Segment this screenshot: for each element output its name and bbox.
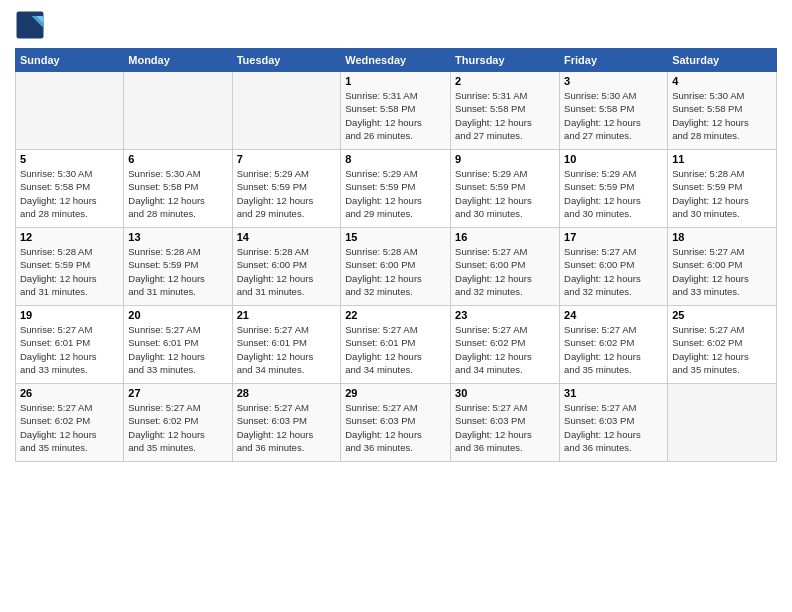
logo-icon bbox=[15, 10, 45, 40]
day-info: Sunrise: 5:27 AM Sunset: 6:01 PM Dayligh… bbox=[128, 323, 227, 376]
calendar-cell bbox=[668, 384, 777, 462]
day-info: Sunrise: 5:27 AM Sunset: 6:03 PM Dayligh… bbox=[455, 401, 555, 454]
calendar-cell: 17Sunrise: 5:27 AM Sunset: 6:00 PM Dayli… bbox=[560, 228, 668, 306]
day-number: 3 bbox=[564, 75, 663, 87]
week-row-4: 19Sunrise: 5:27 AM Sunset: 6:01 PM Dayli… bbox=[16, 306, 777, 384]
day-number: 4 bbox=[672, 75, 772, 87]
day-number: 24 bbox=[564, 309, 663, 321]
calendar-cell: 20Sunrise: 5:27 AM Sunset: 6:01 PM Dayli… bbox=[124, 306, 232, 384]
calendar-cell: 27Sunrise: 5:27 AM Sunset: 6:02 PM Dayli… bbox=[124, 384, 232, 462]
calendar-cell: 10Sunrise: 5:29 AM Sunset: 5:59 PM Dayli… bbox=[560, 150, 668, 228]
day-info: Sunrise: 5:29 AM Sunset: 5:59 PM Dayligh… bbox=[564, 167, 663, 220]
day-info: Sunrise: 5:30 AM Sunset: 5:58 PM Dayligh… bbox=[564, 89, 663, 142]
day-header-thursday: Thursday bbox=[451, 49, 560, 72]
day-info: Sunrise: 5:28 AM Sunset: 5:59 PM Dayligh… bbox=[20, 245, 119, 298]
day-number: 16 bbox=[455, 231, 555, 243]
day-info: Sunrise: 5:28 AM Sunset: 6:00 PM Dayligh… bbox=[345, 245, 446, 298]
page-container: SundayMondayTuesdayWednesdayThursdayFrid… bbox=[0, 0, 792, 472]
calendar-cell: 3Sunrise: 5:30 AM Sunset: 5:58 PM Daylig… bbox=[560, 72, 668, 150]
day-number: 28 bbox=[237, 387, 337, 399]
day-number: 15 bbox=[345, 231, 446, 243]
day-info: Sunrise: 5:27 AM Sunset: 6:00 PM Dayligh… bbox=[672, 245, 772, 298]
day-number: 26 bbox=[20, 387, 119, 399]
calendar-cell: 5Sunrise: 5:30 AM Sunset: 5:58 PM Daylig… bbox=[16, 150, 124, 228]
calendar-cell: 2Sunrise: 5:31 AM Sunset: 5:58 PM Daylig… bbox=[451, 72, 560, 150]
calendar-cell: 12Sunrise: 5:28 AM Sunset: 5:59 PM Dayli… bbox=[16, 228, 124, 306]
day-info: Sunrise: 5:27 AM Sunset: 6:02 PM Dayligh… bbox=[564, 323, 663, 376]
day-number: 10 bbox=[564, 153, 663, 165]
day-info: Sunrise: 5:27 AM Sunset: 6:03 PM Dayligh… bbox=[564, 401, 663, 454]
header bbox=[15, 10, 777, 40]
day-number: 13 bbox=[128, 231, 227, 243]
day-number: 1 bbox=[345, 75, 446, 87]
calendar-cell: 18Sunrise: 5:27 AM Sunset: 6:00 PM Dayli… bbox=[668, 228, 777, 306]
calendar-cell: 25Sunrise: 5:27 AM Sunset: 6:02 PM Dayli… bbox=[668, 306, 777, 384]
calendar-cell: 26Sunrise: 5:27 AM Sunset: 6:02 PM Dayli… bbox=[16, 384, 124, 462]
calendar-cell: 1Sunrise: 5:31 AM Sunset: 5:58 PM Daylig… bbox=[341, 72, 451, 150]
day-header-friday: Friday bbox=[560, 49, 668, 72]
day-number: 25 bbox=[672, 309, 772, 321]
calendar-cell: 23Sunrise: 5:27 AM Sunset: 6:02 PM Dayli… bbox=[451, 306, 560, 384]
day-info: Sunrise: 5:27 AM Sunset: 6:03 PM Dayligh… bbox=[237, 401, 337, 454]
day-info: Sunrise: 5:30 AM Sunset: 5:58 PM Dayligh… bbox=[20, 167, 119, 220]
day-number: 6 bbox=[128, 153, 227, 165]
day-number: 12 bbox=[20, 231, 119, 243]
day-number: 18 bbox=[672, 231, 772, 243]
calendar-cell: 15Sunrise: 5:28 AM Sunset: 6:00 PM Dayli… bbox=[341, 228, 451, 306]
day-info: Sunrise: 5:27 AM Sunset: 6:01 PM Dayligh… bbox=[20, 323, 119, 376]
day-info: Sunrise: 5:28 AM Sunset: 5:59 PM Dayligh… bbox=[128, 245, 227, 298]
day-number: 7 bbox=[237, 153, 337, 165]
calendar-cell: 9Sunrise: 5:29 AM Sunset: 5:59 PM Daylig… bbox=[451, 150, 560, 228]
day-info: Sunrise: 5:29 AM Sunset: 5:59 PM Dayligh… bbox=[455, 167, 555, 220]
day-info: Sunrise: 5:27 AM Sunset: 6:02 PM Dayligh… bbox=[20, 401, 119, 454]
calendar-table: SundayMondayTuesdayWednesdayThursdayFrid… bbox=[15, 48, 777, 462]
calendar-cell: 30Sunrise: 5:27 AM Sunset: 6:03 PM Dayli… bbox=[451, 384, 560, 462]
day-header-wednesday: Wednesday bbox=[341, 49, 451, 72]
svg-rect-0 bbox=[17, 12, 44, 39]
calendar-cell: 16Sunrise: 5:27 AM Sunset: 6:00 PM Dayli… bbox=[451, 228, 560, 306]
day-number: 21 bbox=[237, 309, 337, 321]
calendar-cell: 14Sunrise: 5:28 AM Sunset: 6:00 PM Dayli… bbox=[232, 228, 341, 306]
day-number: 31 bbox=[564, 387, 663, 399]
day-info: Sunrise: 5:29 AM Sunset: 5:59 PM Dayligh… bbox=[237, 167, 337, 220]
calendar-cell: 28Sunrise: 5:27 AM Sunset: 6:03 PM Dayli… bbox=[232, 384, 341, 462]
day-number: 5 bbox=[20, 153, 119, 165]
calendar-cell: 7Sunrise: 5:29 AM Sunset: 5:59 PM Daylig… bbox=[232, 150, 341, 228]
day-info: Sunrise: 5:27 AM Sunset: 6:02 PM Dayligh… bbox=[128, 401, 227, 454]
day-number: 8 bbox=[345, 153, 446, 165]
day-number: 19 bbox=[20, 309, 119, 321]
week-row-5: 26Sunrise: 5:27 AM Sunset: 6:02 PM Dayli… bbox=[16, 384, 777, 462]
day-info: Sunrise: 5:30 AM Sunset: 5:58 PM Dayligh… bbox=[672, 89, 772, 142]
day-header-tuesday: Tuesday bbox=[232, 49, 341, 72]
day-info: Sunrise: 5:27 AM Sunset: 6:01 PM Dayligh… bbox=[237, 323, 337, 376]
day-info: Sunrise: 5:31 AM Sunset: 5:58 PM Dayligh… bbox=[345, 89, 446, 142]
calendar-cell: 22Sunrise: 5:27 AM Sunset: 6:01 PM Dayli… bbox=[341, 306, 451, 384]
day-info: Sunrise: 5:28 AM Sunset: 5:59 PM Dayligh… bbox=[672, 167, 772, 220]
calendar-cell bbox=[124, 72, 232, 150]
day-number: 17 bbox=[564, 231, 663, 243]
day-number: 23 bbox=[455, 309, 555, 321]
day-info: Sunrise: 5:31 AM Sunset: 5:58 PM Dayligh… bbox=[455, 89, 555, 142]
day-number: 9 bbox=[455, 153, 555, 165]
header-row: SundayMondayTuesdayWednesdayThursdayFrid… bbox=[16, 49, 777, 72]
week-row-3: 12Sunrise: 5:28 AM Sunset: 5:59 PM Dayli… bbox=[16, 228, 777, 306]
calendar-cell: 31Sunrise: 5:27 AM Sunset: 6:03 PM Dayli… bbox=[560, 384, 668, 462]
calendar-cell: 4Sunrise: 5:30 AM Sunset: 5:58 PM Daylig… bbox=[668, 72, 777, 150]
day-info: Sunrise: 5:27 AM Sunset: 6:00 PM Dayligh… bbox=[455, 245, 555, 298]
day-info: Sunrise: 5:27 AM Sunset: 6:03 PM Dayligh… bbox=[345, 401, 446, 454]
day-info: Sunrise: 5:27 AM Sunset: 6:02 PM Dayligh… bbox=[455, 323, 555, 376]
day-number: 2 bbox=[455, 75, 555, 87]
day-header-monday: Monday bbox=[124, 49, 232, 72]
week-row-1: 1Sunrise: 5:31 AM Sunset: 5:58 PM Daylig… bbox=[16, 72, 777, 150]
day-number: 29 bbox=[345, 387, 446, 399]
calendar-cell: 13Sunrise: 5:28 AM Sunset: 5:59 PM Dayli… bbox=[124, 228, 232, 306]
day-info: Sunrise: 5:27 AM Sunset: 6:00 PM Dayligh… bbox=[564, 245, 663, 298]
day-number: 20 bbox=[128, 309, 227, 321]
day-info: Sunrise: 5:30 AM Sunset: 5:58 PM Dayligh… bbox=[128, 167, 227, 220]
day-info: Sunrise: 5:28 AM Sunset: 6:00 PM Dayligh… bbox=[237, 245, 337, 298]
day-number: 27 bbox=[128, 387, 227, 399]
calendar-cell: 24Sunrise: 5:27 AM Sunset: 6:02 PM Dayli… bbox=[560, 306, 668, 384]
calendar-cell: 29Sunrise: 5:27 AM Sunset: 6:03 PM Dayli… bbox=[341, 384, 451, 462]
calendar-cell: 11Sunrise: 5:28 AM Sunset: 5:59 PM Dayli… bbox=[668, 150, 777, 228]
calendar-cell: 8Sunrise: 5:29 AM Sunset: 5:59 PM Daylig… bbox=[341, 150, 451, 228]
